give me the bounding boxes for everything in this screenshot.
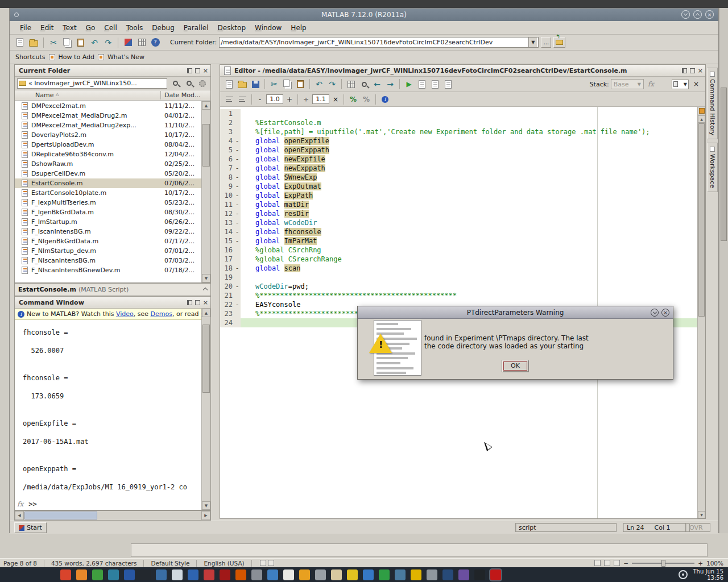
scrollbar-thumb[interactable] [698,123,705,317]
code-line[interactable]: 1 [220,109,697,118]
taskbar-app-icon[interactable] [60,569,71,580]
taskbar-app-icon[interactable] [92,569,103,580]
selection-mode-icon[interactable] [260,560,266,566]
language-status[interactable]: English (USA) [200,560,247,567]
undock-icon[interactable] [195,68,200,73]
code-line[interactable]: 6-global newExpfile [220,155,697,164]
undock-icon[interactable] [690,68,695,73]
file-list-header[interactable]: Name △ Date Mod... [15,90,210,101]
menu-text[interactable]: Text [58,22,81,34]
scroll-down-icon[interactable]: ▼ [698,511,705,518]
command-window-header[interactable]: Command Window × [15,297,210,309]
scroll-down-icon[interactable]: ▼ [202,501,210,510]
scrollbar-thumb[interactable] [202,124,210,167]
code-line[interactable]: 10-global ExpPath [220,191,697,200]
code-line[interactable]: 4-global openExpfile [220,136,697,146]
file-row[interactable]: F_NImStartup_dev.m07/01/2... [15,246,201,256]
scrollbar-thumb[interactable] [202,325,210,393]
menu-debug[interactable]: Debug [147,22,179,34]
banner-link[interactable]: Video [116,310,134,318]
dialog-list-item[interactable] [374,371,421,376]
dock-icon[interactable] [682,68,687,73]
breadcrumb[interactable]: « InovImager_jwrCF_WINLinx150... [17,78,167,89]
taskbar-app-icon[interactable] [283,569,294,580]
document-modified-icon[interactable] [268,560,274,566]
code-line[interactable]: 21%*************************************… [220,291,697,300]
taskbar-app-icon[interactable] [363,569,374,580]
close-editor-icon[interactable]: × [690,78,702,90]
command-window-hscrollbar[interactable]: ◀ ▶ [14,510,211,521]
stack-combo[interactable]: Base ▼ [611,79,644,89]
taskbar-app-icon[interactable] [204,569,214,580]
file-row[interactable]: DMPexcel2mat.m11/11/2... [15,101,201,111]
code-line[interactable]: 7-global newExppath [220,164,697,173]
file-row[interactable]: DpertsUploadDev.m08/04/2... [15,140,201,149]
undock-icon[interactable] [195,300,200,305]
name-column-header[interactable]: Name [35,92,53,99]
zoom-out-icon[interactable]: − [623,560,628,567]
scroll-right-icon[interactable]: ▶ [201,511,210,520]
file-row[interactable]: DsuperCellDev.m05/20/2... [15,169,201,178]
whats-new-link[interactable]: What's New [107,53,144,61]
shortcuts-label[interactable]: Shortcuts [15,53,46,61]
scroll-up-icon[interactable]: ▲ [202,101,210,110]
start-button[interactable]: Start [14,522,47,533]
open-file-icon[interactable] [28,37,39,48]
code-line[interactable]: 16%global CSrchRng [220,246,697,255]
taskbar-app-icon[interactable] [458,569,469,580]
comment-icon[interactable]: % [348,94,359,105]
taskbar-app-icon[interactable] [220,569,230,580]
command-output[interactable]: fhconsole = 526.0007 fhconsole = 173.065… [15,320,201,510]
dock-icon[interactable] [187,300,192,305]
scroll-down-icon[interactable]: ▼ [202,274,210,282]
zoom-slider-thumb[interactable] [661,560,665,567]
taskbar-app-icon[interactable] [490,569,501,580]
editor-scrollbar[interactable]: ▲ ▼ [697,107,705,518]
file-row[interactable]: EstartConsole.m07/06/2... [15,178,201,188]
fx-icon[interactable]: fx [17,500,23,508]
go-back-icon[interactable]: ← [371,78,383,90]
taskbar-app-icon[interactable] [379,569,390,580]
code-line[interactable]: 18-global scan [220,264,697,273]
zoom-in-icon[interactable]: + [698,560,703,567]
new-file-icon[interactable] [224,78,235,90]
uncomment-icon[interactable]: % [361,94,372,105]
title-bar[interactable]: MATLAB 7.12.0 (R2011a) × [10,9,718,21]
file-row[interactable]: F_ImStartup.m06/26/2... [15,217,201,227]
undo-icon[interactable]: ↶ [89,37,100,48]
browse-folder-button[interactable]: ... [541,37,551,48]
copy-icon[interactable] [282,78,293,90]
code-line[interactable]: 9-global ExpOutmat [220,182,697,191]
dialog-list-item[interactable] [374,365,421,371]
help-icon[interactable]: ? [150,37,161,48]
ok-button[interactable]: OK [502,360,529,372]
file-row[interactable]: F_IexpMultiTseries.m05/23/2... [15,198,201,207]
details-info-icon[interactable]: i [379,94,391,105]
actions-gear-icon[interactable] [197,78,208,89]
code-line[interactable]: 2%EstartConsole.m [220,118,697,127]
fx-find-icon[interactable]: fx [648,80,654,88]
dialog-list-item[interactable] [374,327,421,332]
scrollbar-thumb[interactable] [721,88,727,241]
taskbar-app-icon[interactable] [411,569,421,580]
code-line[interactable]: 13-global wCodeDir [220,218,697,227]
menu-help[interactable]: Help [286,22,311,34]
cut-icon[interactable]: ✂ [268,78,280,90]
insert-cell-icon[interactable] [224,94,235,105]
minimize-button[interactable] [681,10,690,19]
page-status[interactable]: Page 8 of 8 [0,560,40,567]
zoom-level[interactable]: 100% [706,560,723,567]
menu-edit[interactable]: Edit [36,22,58,34]
file-row[interactable]: F_IgenBkGrdData.m08/30/2... [15,207,201,217]
cell-value-1[interactable]: 1.0 [266,94,283,104]
close-button[interactable]: × [705,10,714,19]
banner-link[interactable]: Demos [151,310,172,318]
word-count-status[interactable]: 435 words, 2,697 characters [48,560,140,567]
code-line[interactable]: 20-wCodeDir=pwd; [220,282,697,291]
window-menu-icon[interactable] [14,13,19,17]
current-folder-path[interactable]: /media/data/EASY/InovImager_jwrCF_WINLin… [221,39,528,46]
simulink-icon[interactable] [122,37,134,48]
publish-icon[interactable] [429,78,441,90]
close-panel-icon[interactable]: × [203,68,208,73]
code-line[interactable]: 14-global fhconsole [220,227,697,236]
